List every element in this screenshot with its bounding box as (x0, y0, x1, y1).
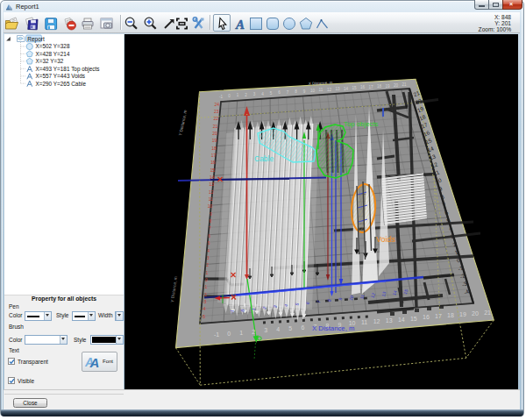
svg-text:21: 21 (213, 125, 218, 129)
svg-text:5: 5 (208, 241, 210, 246)
svg-text:20: 20 (394, 83, 399, 88)
svg-text:-3: -3 (203, 300, 207, 304)
svg-text:0: 0 (205, 278, 208, 282)
svg-text:3: 3 (264, 327, 267, 333)
svg-text:19: 19 (212, 139, 217, 143)
svg-text:-1: -1 (214, 331, 219, 338)
svg-text:10: 10 (310, 89, 316, 93)
svg-text:14: 14 (210, 175, 215, 180)
svg-text:16: 16 (210, 160, 216, 165)
svg-text:A: A (89, 355, 100, 369)
svg-text:17: 17 (435, 313, 442, 319)
svg-text:-4: -4 (202, 307, 206, 311)
svg-text:13: 13 (386, 317, 393, 324)
svg-text:Top objects: Top objects (344, 120, 379, 128)
svg-text:X=32 Y=32: X=32 Y=32 (36, 58, 64, 64)
svg-text:X=493 Y=181 Top objects: X=493 Y=181 Top objects (36, 66, 100, 73)
svg-text:20: 20 (472, 310, 479, 317)
svg-text:A: A (235, 18, 245, 32)
svg-text:X=502 Y=328: X=502 Y=328 (36, 43, 70, 49)
svg-text:15: 15 (410, 316, 417, 322)
svg-text:14: 14 (344, 87, 349, 91)
svg-text:Report: Report (27, 36, 45, 43)
svg-text:11: 11 (319, 88, 323, 92)
svg-text:7: 7 (287, 90, 289, 95)
svg-text:-5: -5 (202, 315, 206, 319)
svg-text:4: 4 (276, 326, 280, 332)
svg-text:4: 4 (207, 249, 210, 253)
svg-text:2: 2 (245, 93, 247, 97)
svg-text:13: 13 (209, 182, 214, 187)
svg-text:21: 21 (402, 82, 407, 87)
svg-text:17: 17 (211, 153, 217, 158)
svg-text:X Distance, m: X Distance, m (312, 324, 355, 332)
svg-text:6: 6 (301, 324, 304, 331)
svg-text:18: 18 (211, 146, 217, 151)
svg-text:18: 18 (377, 84, 382, 89)
svg-text:3: 3 (253, 92, 256, 96)
svg-text:2: 2 (206, 263, 209, 267)
svg-text:2: 2 (252, 329, 255, 335)
svg-text:X=290 Y=265 Cable: X=290 Y=265 Cable (36, 81, 87, 87)
svg-text:12: 12 (327, 88, 332, 92)
svg-text:6: 6 (278, 90, 281, 95)
svg-text:0: 0 (227, 331, 231, 337)
svg-text:19: 19 (459, 311, 466, 317)
svg-text:21: 21 (484, 310, 491, 316)
svg-text:5: 5 (288, 325, 292, 331)
svg-text:17: 17 (368, 85, 373, 89)
svg-text:X=557 Y=443 Voids: X=557 Y=443 Voids (36, 73, 85, 79)
svg-text:5: 5 (270, 91, 273, 96)
svg-text:12: 12 (373, 318, 380, 324)
svg-text:Cable: Cable (254, 154, 274, 163)
svg-text:3: 3 (207, 256, 210, 260)
svg-text:8: 8 (295, 89, 297, 94)
svg-text:9: 9 (210, 212, 212, 217)
svg-text:7: 7 (209, 226, 211, 231)
svg-text:X=428 Y=214: X=428 Y=214 (36, 51, 70, 57)
svg-text:11: 11 (209, 197, 213, 202)
svg-text:16: 16 (360, 85, 366, 89)
svg-text:1: 1 (206, 271, 209, 275)
svg-text:24: 24 (215, 103, 220, 107)
svg-text:1: 1 (239, 330, 243, 336)
svg-text:-1: -1 (219, 95, 224, 99)
svg-text:16: 16 (423, 314, 430, 320)
svg-text:10: 10 (208, 204, 213, 209)
svg-text:1: 1 (237, 93, 239, 97)
svg-text:14: 14 (398, 317, 405, 323)
svg-text:12: 12 (209, 190, 214, 195)
svg-text:6: 6 (208, 234, 210, 238)
svg-text:-2: -2 (203, 293, 207, 297)
svg-text:13: 13 (335, 87, 340, 91)
svg-text:22: 22 (213, 117, 218, 121)
svg-text:9: 9 (303, 89, 306, 94)
svg-text:-1: -1 (203, 285, 208, 289)
svg-text:11: 11 (361, 319, 367, 325)
svg-text:15: 15 (352, 86, 357, 90)
svg-text:0: 0 (228, 94, 231, 98)
svg-text:18: 18 (447, 312, 454, 318)
svg-text:Voids: Voids (376, 235, 396, 244)
svg-text:15: 15 (210, 168, 216, 173)
svg-text:20: 20 (212, 132, 217, 136)
svg-text:19: 19 (385, 84, 390, 89)
svg-text:8: 8 (209, 219, 211, 224)
svg-text:23: 23 (214, 110, 219, 114)
svg-text:4: 4 (261, 92, 264, 96)
